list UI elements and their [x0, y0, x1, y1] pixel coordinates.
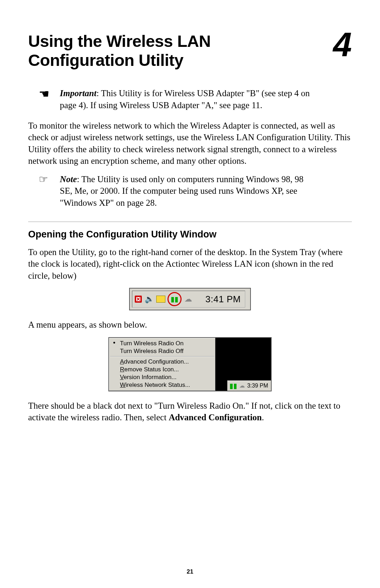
- menu-item-radio-off[interactable]: Turn Wireless Radio Off: [109, 347, 215, 355]
- red-circle-highlight: ▮▮: [167, 292, 182, 306]
- closing-paragraph: There should be a black dot next to "Tur…: [28, 400, 352, 423]
- context-menu: Turn Wireless Radio On Turn Wireless Rad…: [109, 338, 215, 391]
- volume-icon: 🔈: [145, 295, 154, 304]
- battery-icon: [156, 295, 165, 304]
- pdf-icon: [134, 295, 143, 304]
- menu-separator: [110, 356, 214, 357]
- note-label: Note: [60, 174, 77, 184]
- note-body: Note: The Utility is used only on comput…: [60, 173, 317, 209]
- chapter-title-line1: Using the Wireless LAN: [28, 32, 211, 50]
- menu-item-version-info[interactable]: Version Information...: [109, 373, 215, 381]
- system-tray: 🔈 ▮▮ ☁ 3:41 PM: [129, 288, 251, 310]
- open-utility-paragraph: To open the Utility, go to the right-han…: [28, 246, 352, 282]
- menu-item-remove-status[interactable]: Remove Status Icon...: [109, 366, 215, 373]
- menu-accel-w: W: [120, 382, 126, 388]
- menu-rest-w: ireless Network Status...: [126, 382, 190, 388]
- menu-rest-a: dvanced Configuration...: [124, 358, 189, 365]
- chapter-number: 4: [333, 30, 352, 60]
- intro-paragraph: To monitor the wireless network to which…: [28, 120, 352, 167]
- section-separator: [28, 222, 352, 222]
- menu-item-radio-on[interactable]: Turn Wireless Radio On: [109, 340, 215, 347]
- mini-tray: ▮▮ ☁ 3:39 PM: [227, 380, 271, 391]
- chapter-header: Using the Wireless LAN Configuration Uti…: [28, 32, 352, 70]
- closing-post: .: [262, 413, 264, 422]
- chapter-title-line2: Configuration Utility: [28, 51, 183, 69]
- menu-item-network-status[interactable]: Wireless Network Status...: [109, 381, 215, 389]
- closing-bold: Advanced Configuration: [169, 413, 262, 422]
- note-hand-icon: ☞: [39, 173, 60, 209]
- tray-icons: 🔈 ▮▮ ☁: [134, 292, 198, 306]
- section-heading: Opening the Configuration Utility Window: [28, 229, 352, 240]
- menu-rest-r: emove Status Icon...: [124, 366, 179, 373]
- context-menu-figure: Turn Wireless Radio On Turn Wireless Rad…: [28, 337, 352, 391]
- menu-rest-v: ersion Information...: [124, 374, 176, 380]
- page-number: 21: [0, 568, 380, 575]
- mini-signal-icon: ▮▮: [229, 382, 237, 390]
- important-label: Important: [60, 88, 96, 98]
- after-tray-paragraph: A menu appears, as shown below.: [28, 319, 352, 331]
- important-body: Important: This Utility is for Wireless …: [60, 87, 317, 111]
- context-menu-wrap: Turn Wireless Radio On Turn Wireless Rad…: [108, 337, 272, 391]
- tray-clock: 3:41 PM: [198, 294, 241, 305]
- menu-item-advanced-config[interactable]: Advanced Configuration...: [109, 358, 215, 366]
- pointing-hand-icon: ☚: [39, 87, 60, 111]
- menu-accel-v: V: [120, 374, 124, 380]
- note-text: : The Utility is used only on computers …: [60, 174, 303, 208]
- note-callout: ☞ Note: The Utility is used only on comp…: [39, 173, 352, 209]
- cloud-icon: ☁: [184, 295, 193, 304]
- mini-clock: 3:39 PM: [247, 383, 268, 389]
- wireless-lan-icon[interactable]: ▮▮: [170, 295, 179, 304]
- important-text: : This Utility is for Wireless USB Adapt…: [60, 88, 310, 110]
- mini-cloud-icon: ☁: [239, 382, 245, 389]
- desktop-black-area: ▮▮ ☁ 3:39 PM: [215, 338, 271, 391]
- menu-accel-r: R: [120, 366, 124, 373]
- systray-figure: 🔈 ▮▮ ☁ 3:41 PM: [28, 288, 352, 310]
- system-tray-inner: 🔈 ▮▮ ☁ 3:41 PM: [132, 291, 245, 308]
- important-callout: ☚ Important: This Utility is for Wireles…: [39, 87, 352, 111]
- menu-accel-a: A: [120, 358, 124, 365]
- chapter-title: Using the Wireless LAN Configuration Uti…: [28, 32, 211, 70]
